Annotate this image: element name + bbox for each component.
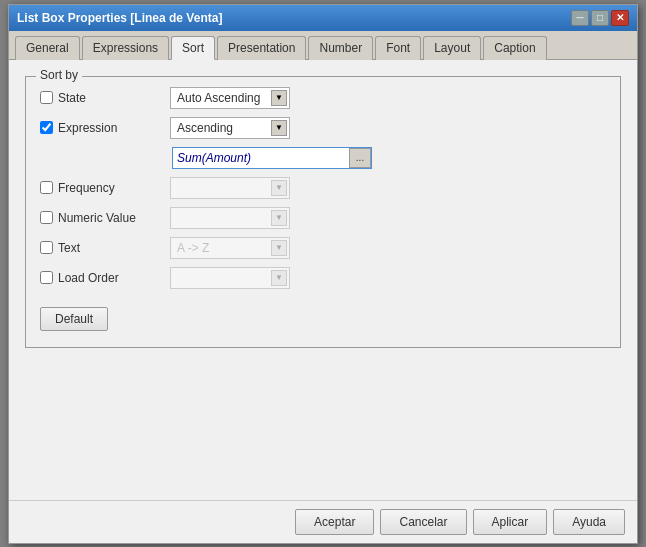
frequency-select xyxy=(171,179,289,197)
frequency-label[interactable]: Frequency xyxy=(40,181,170,195)
minimize-button[interactable]: ─ xyxy=(571,10,589,26)
load-order-dropdown: ▼ xyxy=(170,267,290,289)
numeric-value-dropdown: ▼ xyxy=(170,207,290,229)
numeric-value-row: Numeric Value ▼ xyxy=(40,207,606,229)
state-select[interactable]: Auto Ascending Ascending Descending xyxy=(171,89,289,107)
state-row: State Auto Ascending Ascending Descendin… xyxy=(40,87,606,109)
text-dropdown: A -> Z ▼ xyxy=(170,237,290,259)
expression-input-row: ... xyxy=(40,147,606,169)
text-checkbox[interactable] xyxy=(40,241,53,254)
aplicar-button[interactable]: Aplicar xyxy=(473,509,548,535)
close-button[interactable]: ✕ xyxy=(611,10,629,26)
load-order-select xyxy=(171,269,289,287)
state-label[interactable]: State xyxy=(40,91,170,105)
tab-layout[interactable]: Layout xyxy=(423,36,481,60)
tab-sort[interactable]: Sort xyxy=(171,36,215,60)
text-row: Text A -> Z ▼ xyxy=(40,237,606,259)
tab-caption[interactable]: Caption xyxy=(483,36,546,60)
expression-sort-dropdown[interactable]: Ascending Descending ▼ xyxy=(170,117,290,139)
sort-by-group: Sort by State Auto Ascending Ascending D… xyxy=(25,76,621,348)
expression-input[interactable] xyxy=(173,149,349,167)
window-title: List Box Properties [Linea de Venta] xyxy=(17,11,222,25)
tab-bar: General Expressions Sort Presentation Nu… xyxy=(9,31,637,60)
footer: Aceptar Cancelar Aplicar Ayuda xyxy=(9,500,637,543)
main-window: List Box Properties [Linea de Venta] ─ □… xyxy=(8,4,638,544)
expression-browse-button[interactable]: ... xyxy=(349,148,371,168)
tab-presentation[interactable]: Presentation xyxy=(217,36,306,60)
load-order-checkbox[interactable] xyxy=(40,271,53,284)
expression-input-wrapper[interactable]: ... xyxy=(172,147,372,169)
title-bar: List Box Properties [Linea de Venta] ─ □… xyxy=(9,5,637,31)
cancelar-button[interactable]: Cancelar xyxy=(380,509,466,535)
numeric-value-select xyxy=(171,209,289,227)
expression-sort-select[interactable]: Ascending Descending xyxy=(171,119,289,137)
state-checkbox[interactable] xyxy=(40,91,53,104)
aceptar-button[interactable]: Aceptar xyxy=(295,509,374,535)
tab-number[interactable]: Number xyxy=(308,36,373,60)
frequency-row: Frequency ▼ xyxy=(40,177,606,199)
title-bar-buttons: ─ □ ✕ xyxy=(571,10,629,26)
default-button[interactable]: Default xyxy=(40,307,108,331)
text-label[interactable]: Text xyxy=(40,241,170,255)
text-select: A -> Z xyxy=(171,239,289,257)
load-order-row: Load Order ▼ xyxy=(40,267,606,289)
tab-general[interactable]: General xyxy=(15,36,80,60)
maximize-button[interactable]: □ xyxy=(591,10,609,26)
expression-checkbox[interactable] xyxy=(40,121,53,134)
load-order-label[interactable]: Load Order xyxy=(40,271,170,285)
numeric-value-checkbox[interactable] xyxy=(40,211,53,224)
tab-expressions[interactable]: Expressions xyxy=(82,36,169,60)
tab-font[interactable]: Font xyxy=(375,36,421,60)
sort-by-label: Sort by xyxy=(36,68,82,82)
state-dropdown[interactable]: Auto Ascending Ascending Descending ▼ xyxy=(170,87,290,109)
frequency-checkbox[interactable] xyxy=(40,181,53,194)
frequency-dropdown: ▼ xyxy=(170,177,290,199)
tab-content: Sort by State Auto Ascending Ascending D… xyxy=(9,60,637,500)
expression-label[interactable]: Expression xyxy=(40,121,170,135)
expression-row: Expression Ascending Descending ▼ xyxy=(40,117,606,139)
numeric-value-label[interactable]: Numeric Value xyxy=(40,211,170,225)
ayuda-button[interactable]: Ayuda xyxy=(553,509,625,535)
